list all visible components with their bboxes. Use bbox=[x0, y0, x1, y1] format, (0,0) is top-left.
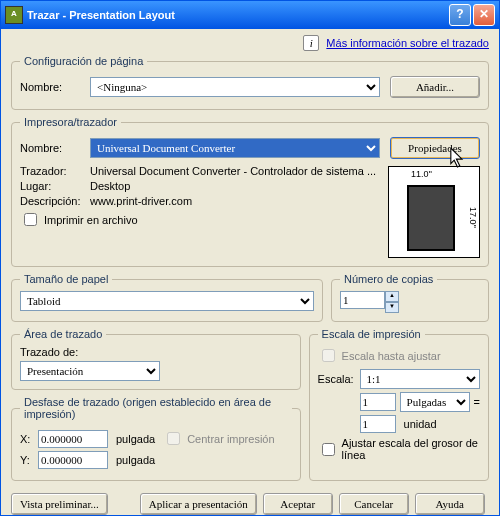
unit2-label: unidad bbox=[404, 418, 437, 430]
info-link-row: i Más información sobre el trazado bbox=[11, 35, 489, 51]
paper-size-group: Tamaño de papel Tabloid bbox=[11, 273, 323, 322]
fit-checkbox bbox=[322, 349, 335, 362]
help-button[interactable]: ? bbox=[449, 4, 471, 26]
y-input[interactable] bbox=[38, 451, 108, 469]
preview-height: 17.0'' bbox=[468, 207, 478, 228]
info-icon: i bbox=[303, 35, 319, 51]
printer-legend: Impresora/trazador bbox=[20, 116, 121, 128]
preview-width: 11.0'' bbox=[411, 169, 432, 179]
window-title: Trazar - Presentation Layout bbox=[27, 9, 447, 21]
center-label: Centrar impresión bbox=[187, 433, 274, 445]
copies-group: Número de copias ▲▼ bbox=[331, 273, 489, 322]
trazador-value: Universal Document Converter - Controlad… bbox=[90, 165, 376, 177]
center-checkbox bbox=[167, 432, 180, 445]
plot-area-group: Área de trazado Trazado de: Presentación bbox=[11, 328, 301, 390]
area-legend: Área de trazado bbox=[20, 328, 106, 340]
scale-n1[interactable] bbox=[360, 393, 396, 411]
offset-legend: Desfase de trazado (origen establecido e… bbox=[20, 396, 292, 420]
x-label: X: bbox=[20, 433, 38, 445]
apply-button[interactable]: Aplicar a presentación bbox=[140, 493, 257, 515]
desc-label: Descripción: bbox=[20, 195, 90, 207]
print-to-file-label: Imprimir en archivo bbox=[44, 214, 138, 226]
fit-label: Escala hasta ajustar bbox=[342, 350, 441, 362]
trazador-label: Trazador: bbox=[20, 165, 90, 177]
preview-page bbox=[407, 185, 455, 251]
copies-legend: Número de copias bbox=[340, 273, 437, 285]
page-config-group: Configuración de página Nombre: <Ninguna… bbox=[11, 55, 489, 110]
paper-size-select[interactable]: Tabloid bbox=[20, 291, 314, 311]
offset-group: Desfase de trazado (origen establecido e… bbox=[11, 396, 301, 481]
lugar-label: Lugar: bbox=[20, 180, 90, 192]
x-unit: pulgada bbox=[116, 433, 155, 445]
lineweight-checkbox[interactable] bbox=[322, 443, 335, 456]
preview-button[interactable]: Vista preliminar... bbox=[11, 493, 108, 515]
scale-select[interactable]: 1:1 bbox=[360, 369, 480, 389]
x-input[interactable] bbox=[38, 430, 108, 448]
page-config-legend: Configuración de página bbox=[20, 55, 147, 67]
scale-legend: Escala de impresión bbox=[318, 328, 425, 340]
cancel-button[interactable]: Cancelar bbox=[339, 493, 409, 515]
app-icon: A bbox=[5, 6, 23, 24]
copies-spinner[interactable]: ▲▼ bbox=[385, 291, 399, 313]
paper-legend: Tamaño de papel bbox=[20, 273, 112, 285]
y-label: Y: bbox=[20, 454, 38, 466]
ok-button[interactable]: Aceptar bbox=[263, 493, 333, 515]
scale-n2[interactable] bbox=[360, 415, 396, 433]
escala-label: Escala: bbox=[318, 373, 360, 385]
copies-input[interactable] bbox=[340, 291, 385, 309]
close-button[interactable]: ✕ bbox=[473, 4, 495, 26]
unit1-select[interactable]: Pulgadas bbox=[400, 392, 470, 412]
printer-group: Impresora/trazador Nombre: Universal Doc… bbox=[11, 116, 489, 267]
add-button[interactable]: Añadir... bbox=[390, 76, 480, 98]
print-to-file-checkbox[interactable] bbox=[24, 213, 37, 226]
paper-preview: 11.0'' 17.0'' bbox=[388, 166, 480, 258]
lugar-value: Desktop bbox=[90, 180, 130, 192]
scale-group: Escala de impresión Escala hasta ajustar… bbox=[309, 328, 489, 481]
properties-button[interactable]: Propiedades bbox=[390, 137, 480, 159]
lineweight-label: Ajustar escala del grosor de línea bbox=[342, 437, 480, 461]
help-button[interactable]: Ayuda bbox=[415, 493, 485, 515]
desc-value: www.print-driver.com bbox=[90, 195, 192, 207]
trazado-label: Trazado de: bbox=[20, 346, 292, 358]
more-info-link[interactable]: Más información sobre el trazado bbox=[326, 37, 489, 49]
nombre-label: Nombre: bbox=[20, 81, 90, 93]
printer-select[interactable]: Universal Document Converter bbox=[90, 138, 380, 158]
page-name-select[interactable]: <Ninguna> bbox=[90, 77, 380, 97]
plot-area-select[interactable]: Presentación bbox=[20, 361, 160, 381]
printer-nombre-label: Nombre: bbox=[20, 142, 90, 154]
title-bar: A Trazar - Presentation Layout ? ✕ bbox=[1, 1, 499, 29]
y-unit: pulgada bbox=[116, 454, 155, 466]
